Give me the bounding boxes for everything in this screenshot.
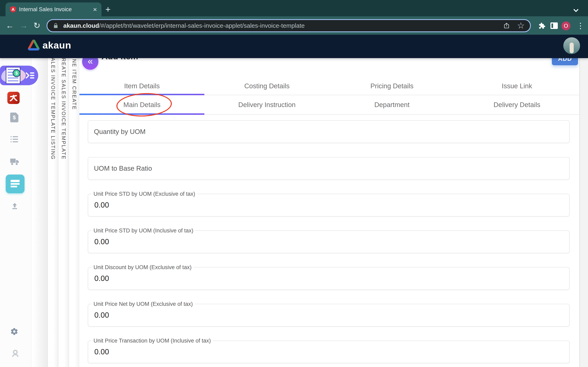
collapsed-panel-label: SALES INVOICE TEMPLATE LISTING: [50, 58, 56, 367]
subtab-label: Department: [374, 101, 409, 109]
subtab[interactable]: Delivery Instruction: [204, 95, 329, 114]
browser-tab[interactable]: A Internal Sales Invoice ×: [6, 2, 102, 16]
back-button[interactable]: ←: [6, 21, 14, 30]
field-label: Quantity by UOM: [94, 128, 146, 136]
sidebar-item-listing[interactable]: [10, 135, 18, 143]
collapsed-panel-tab[interactable]: CREATE SALES INVOICE TEMPLATE: [58, 58, 69, 367]
akaun-triangle-icon: [27, 39, 40, 51]
scrollbar-track[interactable]: [579, 58, 588, 367]
sidebar-item-red-app[interactable]: [7, 92, 20, 104]
sidebar-item-billing-doc[interactable]: $: [10, 113, 18, 122]
dollar-coin-icon: $: [13, 69, 20, 77]
invoice-lines-icon: [11, 180, 20, 188]
user-avatar[interactable]: [563, 37, 580, 54]
akaun-logo: akaun: [27, 39, 71, 51]
angular-favicon-icon: A: [10, 6, 16, 13]
browser-profile-avatar[interactable]: O: [562, 21, 571, 30]
form-field-input[interactable]: Unit Price STD by UOM (Inclusive of tax)…: [88, 230, 570, 253]
field-label: UOM to Base Ratio: [94, 165, 152, 172]
collapse-menu-icon[interactable]: [26, 71, 35, 80]
collapsed-panel-label: LINE ITEM CREATE: [71, 58, 77, 367]
subtab-label: Main Details: [123, 101, 160, 109]
active-tab-underline: [79, 94, 204, 95]
field-label: Unit Price STD by UOM (Exclusive of tax): [91, 191, 197, 197]
browser-menu-icon[interactable]: ⋮: [577, 21, 584, 30]
field-value: 0.00: [94, 201, 109, 209]
field-label: Unit Price STD by UOM (Inclusive of tax): [91, 227, 195, 234]
person-icon: [11, 349, 20, 358]
app-header: akaun: [0, 35, 588, 58]
field-value: 0.00: [94, 238, 109, 246]
form-field-input[interactable]: Quantity by UOM: [88, 120, 570, 143]
field-value: 0.00: [94, 311, 109, 319]
tab-search-chevron-icon[interactable]: [573, 7, 579, 12]
lock-icon: [53, 23, 59, 29]
tab[interactable]: Costing Details: [204, 81, 329, 95]
tab-label: Pricing Details: [370, 82, 414, 90]
field-value: 0.00: [94, 274, 109, 283]
brush-character-icon: [9, 93, 18, 102]
subtab[interactable]: Delivery Details: [454, 95, 579, 114]
tab-label: Issue Link: [502, 82, 532, 90]
subtab-label: Delivery Instruction: [238, 101, 296, 109]
truck-icon: [10, 157, 19, 166]
main-content: « Add Item ADD Item Details Costing Deta…: [79, 58, 579, 367]
side-panel-icon[interactable]: [550, 22, 558, 29]
tabs-row: Item Details Costing Details Pricing Det…: [79, 81, 579, 95]
upload-icon: [11, 202, 19, 210]
form-fields: Quantity by UOM UOM to Base Ratio Unit P…: [88, 120, 570, 367]
subtab-label: Delivery Details: [493, 101, 540, 109]
field-label: Unit Price Transaction by UOM (Inclusive…: [91, 338, 213, 344]
sidebar-item-upload[interactable]: [11, 202, 19, 210]
active-subtab-underline: [79, 113, 204, 115]
url-path: /#/applet/tnt/wavelet/erp/internal-sales…: [99, 22, 305, 29]
close-tab-icon[interactable]: ×: [92, 6, 98, 13]
browser-chrome: A Internal Sales Invoice × + ← → ↻ akaun…: [0, 0, 588, 35]
sidebar-item-settings[interactable]: [10, 327, 18, 336]
extensions-puzzle-icon[interactable]: [538, 22, 545, 30]
collapsed-panel-tab[interactable]: SALES INVOICE TEMPLATE LISTING: [48, 58, 58, 367]
form-field-input[interactable]: UOM to Base Ratio: [88, 157, 570, 180]
sidebar-item-profile[interactable]: [11, 349, 20, 358]
collapsed-panel-label: CREATE SALES INVOICE TEMPLATE: [61, 58, 67, 367]
list-icon: [10, 135, 18, 143]
form-field-input[interactable]: Unit Discount by UOM (Exclusive of tax) …: [88, 267, 570, 290]
address-bar[interactable]: akaun.cloud/#/applet/tnt/wavelet/erp/int…: [47, 19, 531, 32]
gear-icon: [10, 327, 18, 336]
form-field-input[interactable]: Unit Price Net by UOM (Exclusive of tax)…: [88, 304, 570, 327]
field-label: Unit Discount by UOM (Exclusive of tax): [91, 264, 194, 270]
field-value: 0.00: [94, 348, 109, 356]
sidebar-item-sales-invoice-active[interactable]: [6, 175, 25, 193]
tab[interactable]: Pricing Details: [329, 81, 454, 95]
tab-label: Costing Details: [244, 82, 290, 90]
collapsed-panel-tab[interactable]: LINE ITEM CREATE: [69, 58, 79, 367]
sidebar: $ $: [0, 58, 31, 367]
subtab[interactable]: Main Details: [79, 95, 204, 114]
collapsed-rail: [31, 58, 48, 367]
collapsed-panels: SALES INVOICE TEMPLATE LISTING CREATE SA…: [48, 58, 79, 367]
sidebar-item-invoice-applet[interactable]: $: [0, 66, 38, 85]
tab[interactable]: Issue Link: [454, 81, 579, 95]
tab-title: Internal Sales Invoice: [19, 6, 92, 13]
subtabs-row: Main Details Delivery Instruction Depart…: [79, 95, 579, 115]
field-label: Unit Price Net by UOM (Exclusive of tax): [91, 301, 195, 307]
new-tab-button[interactable]: +: [105, 5, 111, 13]
url-domain: akaun.cloud: [63, 22, 99, 29]
bookmark-star-icon[interactable]: ☆: [517, 21, 525, 30]
url-text: akaun.cloud/#/applet/tnt/wavelet/erp/int…: [63, 22, 499, 29]
subtab[interactable]: Department: [329, 95, 454, 114]
reload-button[interactable]: ↻: [34, 21, 40, 30]
tab[interactable]: Item Details: [79, 81, 204, 95]
form-field-input[interactable]: Unit Price Transaction by UOM (Inclusive…: [88, 341, 570, 363]
logo-text: akaun: [43, 40, 71, 51]
form-field-input[interactable]: Unit Price STD by UOM (Exclusive of tax)…: [88, 194, 570, 217]
sidebar-item-delivery[interactable]: [10, 157, 19, 166]
tab-label: Item Details: [124, 82, 160, 90]
forward-button[interactable]: →: [20, 21, 28, 30]
share-icon[interactable]: [503, 22, 510, 29]
